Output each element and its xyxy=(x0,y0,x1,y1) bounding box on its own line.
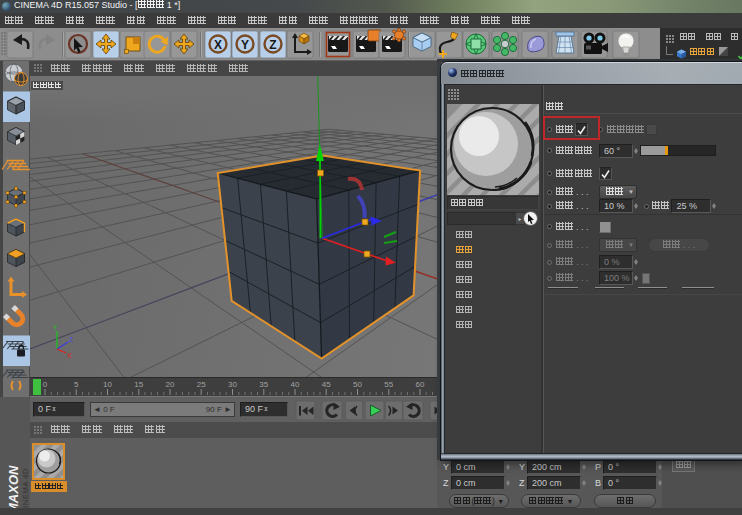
svg-text:30: 30 xyxy=(228,380,237,389)
svg-text:40: 40 xyxy=(291,380,300,389)
svg-text:55: 55 xyxy=(384,380,393,389)
svg-text:45: 45 xyxy=(322,380,331,389)
svg-text:X: X xyxy=(67,352,72,359)
svg-text:35: 35 xyxy=(259,380,268,389)
svg-text:Z: Z xyxy=(269,38,276,52)
svg-text:Y: Y xyxy=(241,38,249,52)
svg-text:60: 60 xyxy=(416,380,425,389)
svg-text:20: 20 xyxy=(166,380,175,389)
svg-text:Z: Z xyxy=(69,336,73,343)
svg-text:5: 5 xyxy=(74,380,79,389)
svg-text:50: 50 xyxy=(353,380,362,389)
svg-text:25: 25 xyxy=(197,380,206,389)
svg-text:X: X xyxy=(214,38,222,52)
svg-text:15: 15 xyxy=(134,380,143,389)
svg-text:10: 10 xyxy=(103,380,112,389)
svg-text:Y: Y xyxy=(53,324,58,331)
svg-text:0: 0 xyxy=(43,380,48,389)
